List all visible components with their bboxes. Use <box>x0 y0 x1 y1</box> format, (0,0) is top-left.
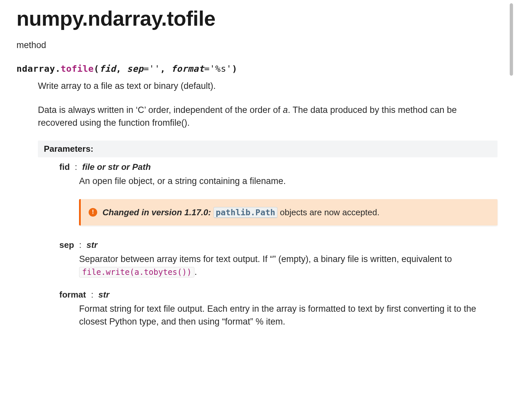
sig-param-0: fid <box>99 64 116 74</box>
param-desc-sep-pre: Separator between array items for text o… <box>79 254 452 264</box>
sig-comma-1: , <box>160 64 166 74</box>
param-head-fid: fid : file or str or Path <box>59 162 498 172</box>
sig-dot: . <box>55 64 61 74</box>
page-title: numpy.ndarray.tofile <box>16 7 498 30</box>
param-desc-format: Format string for text file output. Each… <box>79 302 498 328</box>
param-colon-format: : <box>91 290 93 300</box>
sig-class: ndarray <box>16 64 55 74</box>
param-desc-sep: Separator between array items for text o… <box>79 253 498 278</box>
summary-2-pre: Data is always written in ‘C’ order, ind… <box>38 105 283 115</box>
sig-eq-1: = <box>143 64 149 74</box>
sig-comma-0: , <box>116 64 122 74</box>
summary-2-ital: a <box>283 105 288 115</box>
scrollbar[interactable] <box>509 0 513 352</box>
version-changed-admonition: ! Changed in version 1.17.0: pathlib.Pat… <box>79 199 498 225</box>
sig-eq-2: = <box>204 64 210 74</box>
admon-rest: objects are now accepted. <box>280 207 380 217</box>
admon-text: Changed in version 1.17.0: pathlib.Path … <box>102 206 380 218</box>
param-type-fid: file or str or Path <box>82 162 151 172</box>
pathlib-path-link[interactable]: pathlib.Path <box>214 207 278 218</box>
method-signature: ndarray.tofile(fid, sep='', format='%s') <box>16 64 498 74</box>
scrollbar-thumb[interactable] <box>510 3 513 76</box>
summary-1: Write array to a file as text or binary … <box>38 80 498 92</box>
sig-method: tofile <box>61 64 94 74</box>
param-colon-sep: : <box>79 240 81 250</box>
param-desc-fid: An open file object, or a string contain… <box>79 175 498 188</box>
sig-param-1: sep <box>127 64 143 74</box>
param-head-format: format : str <box>59 290 498 300</box>
param-head-sep: sep : str <box>59 240 498 250</box>
param-name-format: format <box>59 290 86 300</box>
tobytes-code: file.write(a.tobytes()) <box>79 267 194 277</box>
param-colon-fid: : <box>75 162 77 172</box>
param-desc-sep-post: . <box>194 267 197 277</box>
parameters-header: Parameters: <box>38 141 498 157</box>
param-name-fid: fid <box>59 162 70 172</box>
sig-default-1: '' <box>149 64 160 74</box>
sig-param-2: format <box>171 64 204 74</box>
object-kind: method <box>16 40 498 50</box>
sig-close: ) <box>232 64 238 74</box>
param-type-sep: str <box>87 240 98 250</box>
parameters-block: fid : file or str or Path An open file o… <box>59 162 498 328</box>
sig-open: ( <box>94 64 100 74</box>
warning-icon: ! <box>89 208 97 217</box>
param-name-sep: sep <box>59 240 74 250</box>
sig-default-2: '%s' <box>210 64 232 74</box>
summary-2: Data is always written in ‘C’ order, ind… <box>38 104 498 129</box>
param-type-format: str <box>99 290 109 300</box>
method-body: Write array to a file as text or binary … <box>38 80 498 328</box>
doc-page: numpy.ndarray.tofile method ndarray.tofi… <box>0 7 514 352</box>
admon-label: Changed in version 1.17.0: <box>102 207 211 217</box>
